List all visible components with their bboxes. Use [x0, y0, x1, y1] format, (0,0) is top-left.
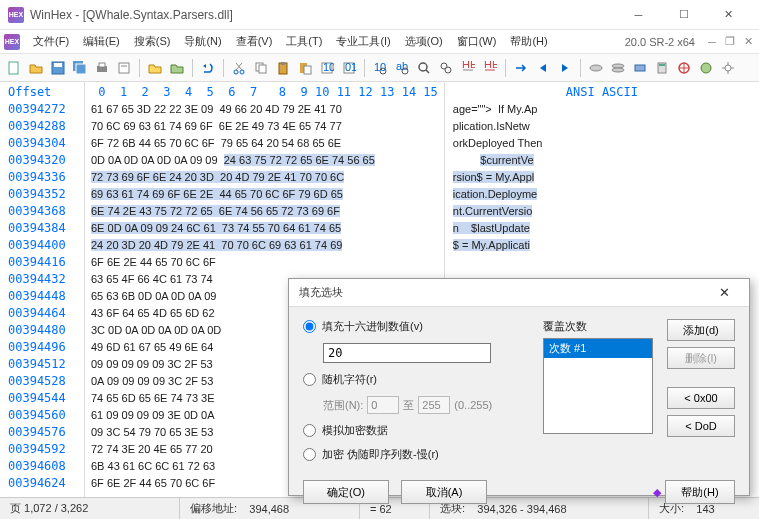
version-label: 20.0 SR-2 x64 [625, 36, 701, 48]
new-icon[interactable] [4, 58, 24, 78]
menu-file[interactable]: 文件(F) [26, 31, 76, 52]
menu-edit[interactable]: 编辑(E) [76, 31, 127, 52]
hex-cell[interactable]: 6F 72 6B 44 65 70 6C 6F 79 65 64 20 54 6… [85, 135, 444, 152]
menu-tools[interactable]: 工具(T) [279, 31, 329, 52]
saveall-icon[interactable] [70, 58, 90, 78]
menu-help[interactable]: 帮助(H) [503, 31, 554, 52]
maximize-button[interactable]: ☐ [661, 1, 706, 29]
radio-encrypt-prng[interactable]: 加密 伪随即序列数-慢(r) [303, 447, 529, 462]
radio-hex-value[interactable]: 填充十六进制数值(v) [303, 319, 529, 334]
cancel-button[interactable]: 取消(A) [401, 480, 487, 504]
folder-green-icon[interactable] [167, 58, 187, 78]
ascii-cell[interactable]: rsion$ = My.Appl [445, 169, 759, 186]
calc-icon[interactable] [652, 58, 672, 78]
offset-cell: 00394592 [0, 441, 84, 458]
add-pass-button[interactable]: 添加(d) [667, 319, 735, 341]
offset-cell: 00394512 [0, 356, 84, 373]
svg-point-28 [445, 67, 451, 73]
ram-icon[interactable] [630, 58, 650, 78]
hex-cell[interactable]: 61 67 65 3D 22 22 3E 09 49 66 20 4D 79 2… [85, 101, 444, 118]
ascii-cell[interactable]: $ = My.Applicati [445, 237, 759, 254]
open-icon[interactable] [26, 58, 46, 78]
back-icon[interactable] [533, 58, 553, 78]
ok-button[interactable]: 确定(O) [303, 480, 389, 504]
close-button[interactable]: ✕ [706, 1, 751, 29]
passes-listbox[interactable]: 次数 #1 [543, 338, 653, 434]
hex-cell[interactable]: 70 6C 69 63 61 74 69 6F 6E 2E 49 73 4E 6… [85, 118, 444, 135]
properties-icon[interactable] [114, 58, 134, 78]
ascii-cell[interactable]: n $lastUpdate [445, 220, 759, 237]
svg-text:010: 010 [345, 61, 356, 73]
svg-rect-4 [76, 64, 86, 74]
pass-item-1[interactable]: 次数 #1 [544, 339, 652, 358]
preset-dod-button[interactable]: < DoD [667, 415, 735, 437]
hex-cell[interactable]: 69 63 61 74 69 6F 6E 2E 44 65 70 6C 6F 7… [85, 186, 444, 203]
ascii-cell[interactable]: plication.IsNetw [445, 118, 759, 135]
range-high-input[interactable] [418, 396, 450, 414]
ascii-cell[interactable]: orkDeployed Then [445, 135, 759, 152]
menu-view[interactable]: 查看(V) [229, 31, 280, 52]
hash-icon[interactable] [696, 58, 716, 78]
find-again-icon[interactable] [436, 58, 456, 78]
hex-cell[interactable]: 0D 0A 0D 0A 0D 0A 09 09 24 63 75 72 72 6… [85, 152, 444, 169]
find-hex-icon[interactable]: 101 [370, 58, 390, 78]
offset-cell: 00394432 [0, 271, 84, 288]
menu-nav[interactable]: 导航(N) [177, 31, 228, 52]
find-icon[interactable] [414, 58, 434, 78]
settings-icon[interactable] [718, 58, 738, 78]
svg-point-9 [234, 70, 238, 74]
offset-cell: 00394400 [0, 237, 84, 254]
replace-hex-icon[interactable]: HEX [458, 58, 478, 78]
dialog-close-icon[interactable]: ✕ [709, 282, 739, 304]
ascii-cell[interactable]: $currentVe [445, 152, 759, 169]
clipboard-icon[interactable] [273, 58, 293, 78]
svg-rect-12 [259, 65, 266, 73]
hex-value-input[interactable] [323, 343, 491, 363]
find-text-icon[interactable]: ab [392, 58, 412, 78]
menu-search[interactable]: 搜索(S) [127, 31, 178, 52]
replace-text-icon[interactable]: HEX [480, 58, 500, 78]
radio-simulate-encrypted[interactable]: 模拟加密数据 [303, 423, 529, 438]
minimize-button[interactable]: ─ [616, 1, 661, 29]
dialog-titlebar[interactable]: 填充选块 ✕ [289, 279, 749, 307]
hex-cell[interactable]: 72 73 69 6F 6E 24 20 3D 20 4D 79 2E 41 7… [85, 169, 444, 186]
copy-icon[interactable] [251, 58, 271, 78]
radio-random[interactable]: 随机字符(r) [303, 372, 529, 387]
svg-rect-6 [99, 63, 105, 67]
ascii-cell[interactable]: ication.Deployme [445, 186, 759, 203]
folder-yellow-icon[interactable] [145, 58, 165, 78]
hex-cell[interactable]: 24 20 3D 20 4D 79 2E 41 70 70 6C 69 63 6… [85, 237, 444, 254]
disk2-icon[interactable] [608, 58, 628, 78]
hex-cell[interactable]: 6E 74 2E 43 75 72 72 65 6E 74 56 65 72 7… [85, 203, 444, 220]
ascii-cell[interactable] [445, 254, 759, 271]
mdi-close-icon[interactable]: ✕ [741, 35, 755, 49]
copy-hex-icon[interactable]: 101 [317, 58, 337, 78]
menu-protools[interactable]: 专业工具(I) [329, 31, 397, 52]
offset-cell: 00394528 [0, 373, 84, 390]
copy-text-icon[interactable]: 010 [339, 58, 359, 78]
svg-point-38 [701, 63, 711, 73]
menu-window[interactable]: 窗口(W) [450, 31, 504, 52]
save-icon[interactable] [48, 58, 68, 78]
ascii-cell[interactable]: nt.CurrentVersio [445, 203, 759, 220]
help-button[interactable]: 帮助(H) [665, 480, 735, 504]
menu-options[interactable]: 选项(O) [398, 31, 450, 52]
range-low-input[interactable] [367, 396, 399, 414]
disk1-icon[interactable] [586, 58, 606, 78]
paste-icon[interactable] [295, 58, 315, 78]
undo-icon[interactable] [198, 58, 218, 78]
mdi-min-icon[interactable]: ─ [705, 35, 719, 49]
mdi-restore-icon[interactable]: ❐ [723, 35, 737, 49]
goto-icon[interactable] [511, 58, 531, 78]
ascii-cell[interactable]: age=""> If My.Ap [445, 101, 759, 118]
delete-pass-button[interactable]: 删除(l) [667, 347, 735, 369]
offset-cell: 00394368 [0, 203, 84, 220]
hex-cell[interactable]: 6F 6E 2E 44 65 70 6C 6F [85, 254, 444, 271]
cut-icon[interactable] [229, 58, 249, 78]
svg-point-32 [612, 64, 624, 68]
print-icon[interactable] [92, 58, 112, 78]
hex-cell[interactable]: 6E 0D 0A 09 09 24 6C 61 73 74 55 70 64 6… [85, 220, 444, 237]
preset-0x00-button[interactable]: < 0x00 [667, 387, 735, 409]
forward-icon[interactable] [555, 58, 575, 78]
analyze-icon[interactable] [674, 58, 694, 78]
